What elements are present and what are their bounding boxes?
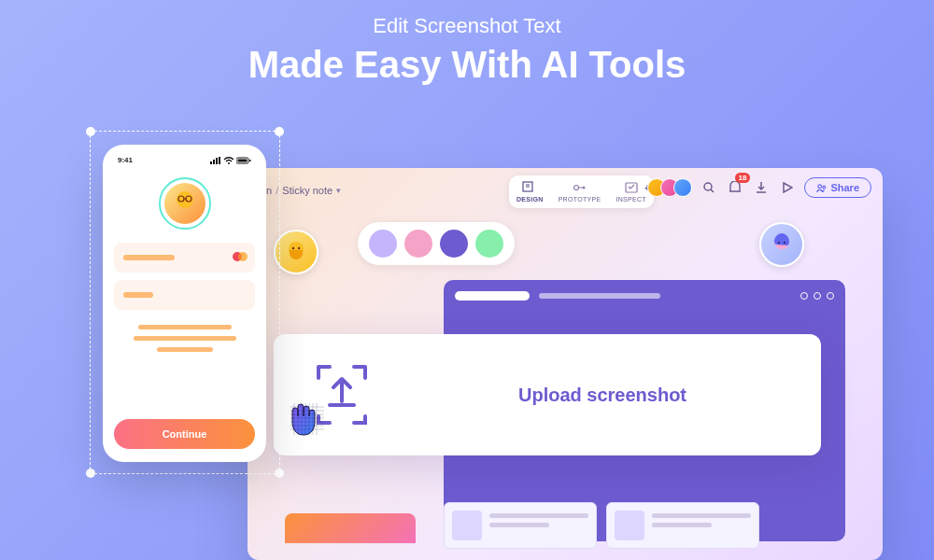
upload-label: Upload screenshot [410,385,795,406]
svg-point-1 [573,186,578,190]
color-swatch[interactable] [475,230,503,258]
resize-handle[interactable] [86,469,95,478]
title-placeholder [455,291,530,301]
battery-icon [236,157,251,164]
svg-rect-28 [213,160,215,164]
color-swatch[interactable] [369,230,397,258]
collaborator-avatars[interactable]: +4 [644,178,692,197]
bottom-card-row [444,502,759,549]
card-text-placeholder [489,511,588,540]
svg-rect-27 [210,161,212,164]
svg-rect-34 [249,160,251,161]
phone-time: 9:41 [118,156,133,164]
svg-point-12 [784,242,785,244]
svg-point-9 [298,247,300,249]
svg-point-4 [704,183,712,190]
list-item[interactable] [606,502,759,549]
play-icon[interactable] [778,178,797,197]
subtitle-placeholder [539,293,660,299]
list-item[interactable] [444,502,597,549]
canvas-body[interactable]: Upload screenshot [248,213,883,560]
svg-rect-33 [238,159,248,161]
chevron-down-icon: ▾ [336,186,341,195]
svg-point-31 [228,162,230,164]
card-thumbnail [452,511,482,540]
svg-point-6 [823,186,826,189]
input-field[interactable] [114,280,255,310]
wifi-icon [223,157,234,164]
canvas-topbar: on / Sticky note ▾ DESIGN PROTOTYPE [248,168,883,213]
phone-mockup[interactable]: 9:41 Continue [103,145,266,462]
user-avatar-purple[interactable] [759,222,804,267]
collaborator-avatar [673,178,692,197]
svg-point-5 [818,184,822,188]
prototype-icon [573,181,587,194]
artboard-titlebar [455,291,834,301]
svg-point-8 [292,247,294,249]
share-button[interactable]: Share [804,177,871,198]
phone-status-bar: 9:41 [114,154,255,172]
window-dot [814,292,821,300]
window-dot [800,292,808,300]
inspect-icon [624,181,639,194]
signal-icon [210,157,221,164]
svg-rect-29 [216,158,218,164]
window-dot [827,292,834,300]
download-icon[interactable] [752,178,771,197]
search-icon[interactable] [700,178,718,197]
cursor-hand-icon [287,399,328,437]
phone-status-icons [210,157,251,164]
svg-point-11 [778,242,780,244]
mode-prototype[interactable]: PROTOTYPE [559,181,601,203]
svg-rect-30 [219,157,220,164]
design-canvas-window: on / Sticky note ▾ DESIGN PROTOTYPE [248,168,883,560]
mode-switcher: DESIGN PROTOTYPE INSPECT [509,175,654,208]
user-avatar-yellow[interactable] [274,230,318,274]
color-palette [358,222,515,265]
color-swatch[interactable] [440,230,468,258]
hero-subtitle: Edit Screenshot Text [0,14,934,38]
hero: Edit Screenshot Text Made Easy With AI T… [0,0,934,86]
hero-title: Made Easy With AI Tools [0,44,934,86]
notification-icon[interactable] [726,178,744,197]
profile-avatar-ring[interactable] [159,177,211,230]
topbar-actions: +4 Share [644,177,871,198]
design-icon [522,181,537,194]
continue-button[interactable]: Continue [114,419,255,449]
mode-design[interactable]: DESIGN [517,181,544,203]
people-icon [816,183,827,193]
resize-handle[interactable] [86,127,95,136]
orange-card[interactable] [285,513,416,543]
breadcrumb[interactable]: on / Sticky note ▾ [261,185,341,196]
upload-screenshot-card[interactable]: Upload screenshot [274,334,821,455]
breadcrumb-separator: / [276,185,278,196]
upload-arrow-icon [330,379,354,405]
resize-handle[interactable] [275,127,284,136]
svg-point-2 [582,187,585,189]
breadcrumb-current: Sticky note [282,185,333,196]
description-placeholder [114,325,255,352]
card-text-placeholder [652,511,751,540]
mode-inspect[interactable]: INSPECT [616,181,645,203]
color-swatch[interactable] [404,230,432,258]
upload-icon-group [300,353,384,437]
card-number-field[interactable] [114,243,255,273]
mastercard-icon [233,252,248,261]
window-controls [800,292,834,300]
profile-avatar [164,183,205,224]
card-thumbnail [615,511,644,540]
